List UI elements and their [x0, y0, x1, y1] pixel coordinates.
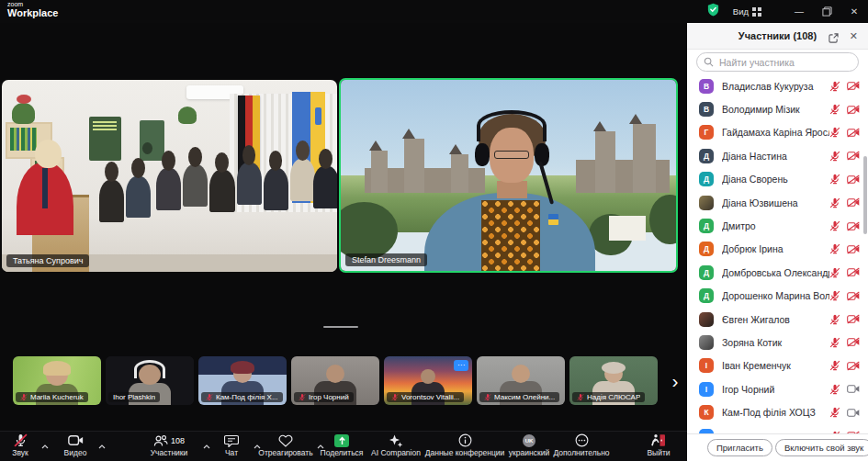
toolbar-meeting-info[interactable]: Данные конференции — [424, 433, 505, 461]
camera-status-icon — [847, 361, 860, 371]
participant-row[interactable]: Діана Юзвишена — [687, 191, 868, 214]
participant-row[interactable]: Д Діана Настина — [687, 144, 868, 167]
participant-row[interactable]: Зоряна Котик — [687, 331, 868, 354]
camera-status-icon — [847, 128, 860, 138]
invite-button[interactable]: Пригласить — [707, 439, 772, 456]
participant-name-label: Максим Олейни... — [479, 392, 559, 402]
chevron-up-icon[interactable] — [203, 436, 210, 453]
video-stage: Татьяна Супрович — [0, 23, 687, 461]
video-tile-classroom[interactable]: Татьяна Супрович — [2, 80, 337, 272]
person-head — [512, 365, 530, 383]
leave-meeting-icon — [651, 433, 666, 447]
chevron-up-icon[interactable] — [98, 436, 106, 453]
filmstrip-tile[interactable]: Ігор Чорний — [291, 356, 379, 405]
muted-mic-icon — [829, 384, 840, 395]
toolbar-interpretation[interactable]: UK украинский — [509, 433, 549, 461]
toolbar-audio[interactable]: Звук — [0, 433, 40, 461]
unmute-button[interactable]: Включить свой звук — [775, 439, 868, 456]
participant-row[interactable]: Д Дорошенко Марина Володими… — [687, 285, 868, 308]
participant-name: Дмитро — [722, 220, 829, 231]
filmstrip-tile[interactable]: Надія СЛЮСАР — [569, 356, 658, 405]
filmstrip-tile[interactable]: Кам-Под філія Х... — [198, 356, 287, 405]
minimize-button[interactable]: — — [785, 0, 813, 23]
speaker-head — [35, 140, 62, 168]
poster — [140, 120, 164, 161]
close-panel-icon[interactable]: ✕ — [850, 30, 858, 42]
filmstrip-tile[interactable]: Mariia Kucheruk — [13, 356, 101, 405]
participant-status-icons — [829, 360, 860, 371]
filmstrip-tile[interactable]: ⋯ Vorontsov Vitalii... — [384, 356, 472, 405]
person-head — [326, 365, 344, 383]
participant-row[interactable]: І Іван Кременчук — [687, 354, 868, 377]
participant-status-icons — [829, 151, 860, 162]
participant-name-label: Кам-Под філія Х... — [201, 392, 283, 402]
toolbar-video[interactable]: Видео — [53, 433, 97, 461]
participant-row[interactable]: К Кам-Под філія ХОЦЗ — [687, 400, 868, 423]
toolbar-leave[interactable]: Выйти — [637, 433, 680, 461]
participant-row[interactable] — [687, 424, 868, 433]
audience-person — [156, 168, 181, 210]
muted-mic-icon — [829, 267, 840, 278]
participant-row[interactable]: І Ігор Чорний — [687, 377, 868, 400]
avatar: Д — [699, 172, 714, 186]
participant-status-icons — [829, 314, 860, 325]
filmstrip-tile[interactable]: Ihor Plashkin — [106, 356, 194, 405]
participant-row[interactable]: Євген Жигалов — [687, 308, 868, 331]
video-tile-active-speaker[interactable]: Stefan Dreesmann — [339, 78, 678, 273]
filmstrip-next-button[interactable]: › — [667, 370, 683, 394]
participants-icon — [153, 434, 168, 447]
avatar: Д — [699, 149, 714, 163]
scrollbar-thumb[interactable] — [863, 156, 867, 234]
participant-name: Іван Кременчук — [722, 360, 829, 371]
avatar-initial: Д — [704, 291, 709, 300]
camera-status-icon — [847, 337, 860, 347]
close-window-button[interactable]: ✕ — [840, 0, 868, 23]
popout-icon[interactable] — [829, 30, 839, 47]
toolbar-ai-companion[interactable]: AI Companion — [369, 433, 423, 461]
restore-button[interactable] — [813, 0, 840, 23]
muted-mic-icon — [829, 104, 840, 115]
search-icon — [704, 57, 714, 67]
participant-name-label: Vorontsov Vitalii... — [387, 392, 464, 402]
toolbar-participants[interactable]: 108 Участники — [136, 433, 202, 461]
language-badge-icon: UK — [523, 434, 535, 447]
toolbar-chat[interactable]: Чат — [210, 433, 253, 461]
audience-person — [264, 168, 288, 210]
participant-row[interactable]: Д Добрюк Ірина — [687, 238, 868, 261]
participant-name: Домбровська Олександра — [722, 267, 829, 278]
participant-name: Діана Настина — [722, 151, 829, 162]
search-participant-input[interactable] — [696, 52, 859, 72]
participant-name: Ігор Чорний — [722, 384, 829, 395]
participant-status-icons — [829, 127, 860, 138]
filmstrip-tile[interactable]: Максим Олейни... — [477, 356, 565, 405]
camera-status-icon — [847, 105, 860, 115]
avatar: І — [699, 382, 714, 397]
resize-handle[interactable] — [323, 326, 358, 328]
participant-row[interactable]: Д Дмитро — [687, 214, 868, 237]
zoom-meeting-window: zoom Workplace Вид — ✕ — [0, 0, 868, 461]
poster — [89, 117, 121, 161]
panel-title: Участники (108) — [738, 30, 817, 41]
more-options-badge[interactable]: ⋯ — [454, 360, 468, 371]
security-shield-icon[interactable] — [706, 3, 720, 20]
headset-earcup — [475, 143, 490, 166]
participant-row[interactable]: Г Гайдамаха Каріна Ярославівна — [687, 121, 868, 144]
participant-name-label: Ihor Plashkin — [108, 392, 160, 402]
castle-tower — [451, 154, 468, 193]
participant-row[interactable]: В Володимир Мізик — [687, 97, 868, 120]
muted-mic-icon — [299, 393, 306, 401]
participant-row[interactable]: Д Домбровська Олександра — [687, 261, 868, 284]
muted-mic-icon — [829, 243, 840, 254]
view-button[interactable]: Вид — [733, 6, 761, 17]
toolbar-share[interactable]: Поделиться — [315, 433, 368, 461]
participant-status-icons — [829, 104, 860, 115]
muted-mic-icon — [484, 393, 491, 401]
audience-person — [290, 159, 315, 201]
castle-tower — [371, 151, 388, 193]
participant-row[interactable]: Д Діана Сворень — [687, 168, 868, 191]
toolbar-more[interactable]: Дополнительно — [553, 433, 610, 461]
toolbar-react[interactable]: Отреагировать — [255, 433, 316, 461]
participant-status-icons — [829, 81, 860, 92]
chevron-up-icon[interactable] — [41, 436, 49, 453]
participant-row[interactable]: В Владислав Кукуруза — [687, 74, 868, 97]
